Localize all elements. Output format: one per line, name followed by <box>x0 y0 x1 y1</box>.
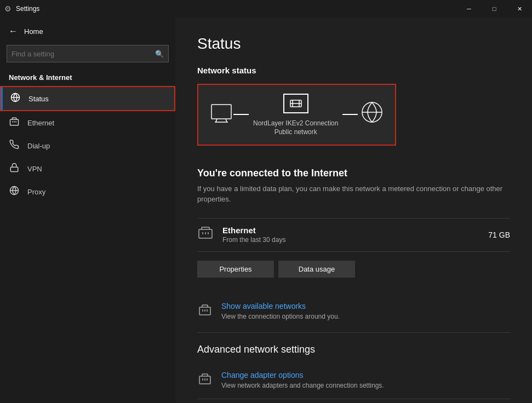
globe-icon <box>360 100 384 129</box>
ethernet-name: Ethernet <box>222 226 285 235</box>
svg-rect-9 <box>211 105 231 119</box>
svg-line-11 <box>226 119 227 122</box>
ethernet-card-left: Ethernet From the last 30 days <box>197 225 285 245</box>
close-button[interactable]: ✕ <box>507 0 532 18</box>
ethernet-card: Ethernet From the last 30 days 71 GB <box>197 218 510 252</box>
adapter-icon <box>197 372 213 389</box>
connected-title: You're connected to the Internet <box>197 168 510 179</box>
data-usage-button[interactable]: Data usage <box>278 261 355 278</box>
vpn-icon <box>9 163 20 175</box>
ethernet-icon <box>9 117 20 129</box>
home-label: Home <box>24 27 43 36</box>
ethernet-info: Ethernet From the last 30 days <box>222 226 285 244</box>
divider-2 <box>197 399 510 399</box>
connected-desc: If you have a limited data plan, you can… <box>197 183 504 205</box>
network-line-1 <box>233 114 249 115</box>
search-icon: 🔍 <box>155 50 164 58</box>
maximize-button[interactable]: □ <box>482 0 507 18</box>
show-networks-title: Show available networks <box>221 302 340 310</box>
back-button[interactable]: ← Home <box>0 22 175 41</box>
network-status-title: Network status <box>197 66 510 75</box>
sidebar-item-status[interactable]: Status <box>0 86 175 111</box>
sidebar-item-label-vpn: VPN <box>27 165 42 173</box>
main-layout: ← Home 🔍 Network & Internet Status <box>0 18 532 403</box>
sidebar-item-label-proxy: Proxy <box>27 188 45 196</box>
action-buttons: Properties Data usage <box>197 261 510 278</box>
titlebar-title: Settings <box>16 5 39 13</box>
network-diagram: NordLayer IKEv2 Connection Public networ… <box>197 84 396 146</box>
sidebar-item-label-ethernet: Ethernet <box>27 119 54 127</box>
titlebar: ⚙ Settings ─ □ ✕ <box>0 0 532 18</box>
vpn-box-icon <box>283 94 308 113</box>
show-networks-desc: View the connection options around you. <box>221 312 340 321</box>
proxy-icon <box>9 186 20 198</box>
back-icon: ← <box>9 26 18 36</box>
connection-type: Public network <box>253 128 338 136</box>
show-networks-info: Show available networks View the connect… <box>221 302 340 321</box>
search-input[interactable] <box>12 50 155 58</box>
adapter-title: Change adapter options <box>221 371 384 379</box>
sidebar-item-dialup[interactable]: Dial-up <box>0 134 175 157</box>
adapter-desc: View network adapters and change connect… <box>221 381 384 390</box>
titlebar-left: ⚙ Settings <box>4 4 39 13</box>
sidebar-item-ethernet[interactable]: Ethernet <box>0 111 175 134</box>
svg-line-10 <box>216 119 217 122</box>
ethernet-usage: 71 GB <box>488 231 510 239</box>
ethernet-sub: From the last 30 days <box>222 236 285 244</box>
sidebar-section-title: Network & Internet <box>0 71 175 86</box>
properties-button[interactable]: Properties <box>197 261 274 278</box>
wifi-icon <box>197 303 213 320</box>
show-available-networks[interactable]: Show available networks View the connect… <box>197 295 510 328</box>
svg-rect-6 <box>10 167 18 171</box>
titlebar-controls: ─ □ ✕ <box>456 0 532 18</box>
ethernet-card-icon <box>197 225 214 245</box>
status-icon <box>10 93 21 105</box>
page-title: Status <box>197 35 510 53</box>
content-area: Status Network status <box>175 18 532 403</box>
advanced-title: Advanced network settings <box>197 344 510 355</box>
sidebar-item-label-status: Status <box>28 95 49 103</box>
sidebar-item-vpn[interactable]: VPN <box>0 157 175 180</box>
adapter-info: Change adapter options View network adap… <box>221 371 384 390</box>
sidebar: ← Home 🔍 Network & Internet Status <box>0 18 175 403</box>
settings-icon: ⚙ <box>4 4 12 13</box>
sidebar-item-label-dialup: Dial-up <box>27 142 50 150</box>
network-line-2 <box>342 114 358 115</box>
computer-icon <box>209 102 233 126</box>
dialup-icon <box>9 140 20 152</box>
connection-name: NordLayer IKEv2 Connection <box>253 119 338 128</box>
divider-1 <box>197 332 510 333</box>
change-adapter-item[interactable]: Change adapter options View network adap… <box>197 364 510 397</box>
minimize-button[interactable]: ─ <box>456 0 482 18</box>
vpn-connection: NordLayer IKEv2 Connection Public networ… <box>253 94 338 136</box>
sidebar-item-proxy[interactable]: Proxy <box>0 180 175 203</box>
search-container: 🔍 <box>7 45 169 62</box>
